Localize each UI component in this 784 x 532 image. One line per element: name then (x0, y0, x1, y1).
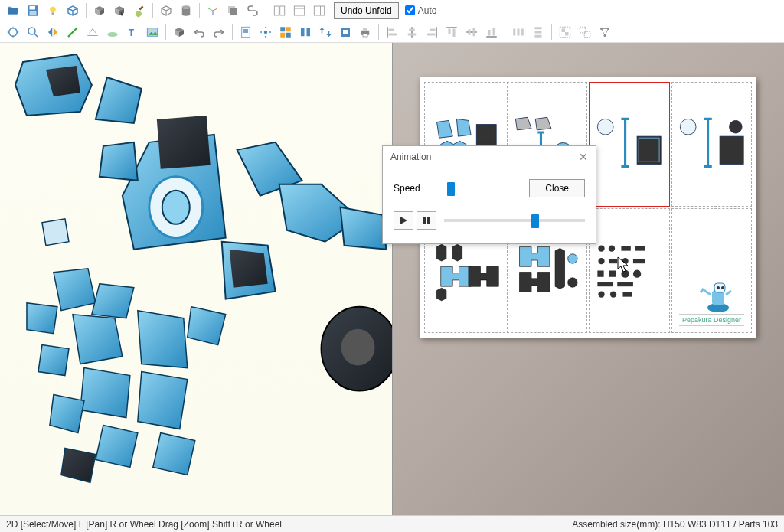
separator (152, 3, 153, 18)
svg-point-20 (149, 30, 152, 32)
svg-rect-61 (562, 28, 566, 32)
undo-unfold-button[interactable]: Undo Unfold (334, 2, 399, 19)
close-icon[interactable]: ✕ (579, 151, 588, 163)
flatten-icon[interactable] (83, 23, 102, 41)
svg-marker-89 (188, 307, 226, 345)
svg-point-3 (50, 6, 56, 12)
edge-icon[interactable] (64, 23, 82, 41)
auto-label-text: Auto (418, 5, 437, 16)
svg-rect-111 (720, 136, 743, 164)
svg-rect-5 (139, 5, 144, 10)
svg-point-110 (680, 119, 696, 135)
close-button[interactable]: Close (529, 179, 585, 197)
split-view-icon[interactable] (270, 2, 289, 20)
svg-rect-29 (301, 28, 305, 36)
svg-marker-78 (341, 207, 387, 250)
swap-icon[interactable] (316, 23, 335, 41)
pause-button[interactable] (416, 211, 436, 230)
open-icon[interactable] (4, 2, 22, 20)
svg-rect-43 (430, 28, 436, 31)
svg-marker-85 (92, 284, 134, 318)
cylinder-icon[interactable] (177, 2, 195, 20)
align-middle-icon[interactable] (462, 23, 481, 41)
svg-rect-26 (286, 27, 291, 31)
svg-rect-2 (30, 11, 37, 15)
panel-icon[interactable] (310, 2, 328, 20)
axes-icon[interactable] (204, 2, 222, 20)
3d-viewport[interactable] (0, 43, 393, 515)
text-icon[interactable]: T (123, 23, 142, 41)
svg-point-113 (567, 254, 577, 263)
svg-marker-83 (42, 219, 69, 246)
auto-checkbox[interactable] (405, 5, 415, 15)
layout-icon[interactable] (276, 23, 295, 41)
align-bottom-icon[interactable] (482, 23, 501, 41)
svg-marker-93 (50, 395, 84, 433)
paint-icon[interactable] (130, 2, 149, 20)
dialog-body: Speed Close (383, 168, 596, 243)
separator (165, 24, 166, 40)
paper-page-3-selected[interactable] (589, 82, 670, 207)
svg-rect-128 (617, 282, 633, 286)
color-icon[interactable] (336, 23, 354, 41)
statusbar-left-text: 2D [Select/Move] L [Pan] R or Wheel Drag… (6, 519, 282, 530)
align-top-icon[interactable] (443, 23, 461, 41)
dialog-titlebar[interactable]: Animation ✕ (383, 146, 596, 168)
paper-page-4[interactable] (671, 82, 753, 207)
zoom-icon[interactable] (24, 23, 42, 41)
speed-slider[interactable] (439, 187, 520, 190)
nodes-icon[interactable] (596, 23, 614, 41)
paper-page-8-logo[interactable]: Pepakura Designer (671, 208, 753, 333)
svg-point-125 (622, 269, 629, 277)
mirror-icon[interactable] (44, 23, 62, 41)
redo-icon[interactable] (210, 23, 228, 41)
svg-rect-32 (343, 30, 348, 34)
ungroup-icon[interactable] (576, 23, 594, 41)
image-icon[interactable] (143, 23, 162, 41)
svg-rect-118 (635, 246, 645, 250)
speed-label: Speed (394, 183, 439, 194)
progress-slider[interactable] (444, 219, 585, 222)
2d-unfold-viewport[interactable]: Pepakura Designer (393, 43, 785, 515)
svg-rect-108 (637, 136, 661, 164)
cube2-icon[interactable] (170, 23, 188, 41)
box-icon[interactable] (157, 2, 175, 20)
light-icon[interactable] (44, 2, 62, 20)
save-icon[interactable] (24, 2, 42, 20)
play-button[interactable] (394, 211, 413, 230)
svg-rect-46 (449, 28, 451, 34)
separator (266, 3, 266, 18)
toolbar-top: Undo Unfold Auto (0, 0, 784, 21)
page-icon[interactable] (237, 23, 255, 41)
align-left-icon[interactable] (383, 23, 401, 41)
svg-rect-127 (598, 282, 614, 286)
cube-icon[interactable] (90, 2, 109, 20)
align-center-icon[interactable] (403, 23, 421, 41)
svg-rect-40 (409, 28, 415, 31)
plane-icon[interactable] (103, 23, 122, 41)
cube-select-icon[interactable] (110, 2, 129, 20)
distribute-v-icon[interactable] (529, 23, 547, 41)
window-icon[interactable] (290, 2, 309, 20)
robot-model-3d (0, 43, 392, 515)
distribute-h-icon[interactable] (509, 23, 528, 41)
undo-icon[interactable] (190, 23, 208, 41)
print-icon[interactable] (356, 23, 374, 41)
link-icon[interactable] (243, 2, 262, 20)
speed-slider-handle[interactable] (447, 182, 455, 196)
auto-checkbox-label[interactable]: Auto (405, 5, 437, 16)
paper-page-7[interactable] (589, 208, 670, 333)
svg-marker-137 (400, 217, 407, 224)
recenter-icon[interactable] (4, 23, 22, 41)
svg-rect-122 (633, 259, 645, 263)
group-icon[interactable] (556, 23, 574, 41)
align-right-icon[interactable] (423, 23, 441, 41)
3d-icon[interactable] (64, 2, 82, 20)
layers-icon[interactable] (224, 2, 242, 20)
main-area: Pepakura Designer (0, 43, 784, 515)
settings-icon[interactable] (256, 23, 275, 41)
progress-slider-handle[interactable] (531, 214, 539, 228)
svg-text:T: T (129, 27, 135, 38)
svg-marker-86 (27, 303, 57, 334)
align-icon[interactable] (296, 23, 315, 41)
